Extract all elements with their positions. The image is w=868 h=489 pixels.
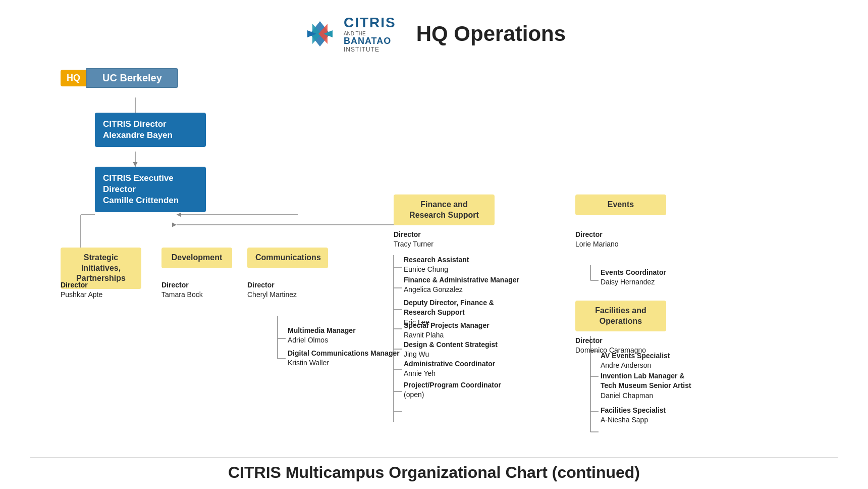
citris-logo-icon [302,16,338,52]
comm-report-1: Digital Communications Manager Kristin W… [288,349,400,368]
finance-r1: Finance & Administrative Manager Angelic… [404,275,519,295]
strategic-label: Strategic Initiatives, Partnerships [69,253,133,284]
events-box: Events [575,194,666,215]
citris-exec-box: CITRIS Executive Director Camille Critte… [95,167,206,212]
facilities-r1: Invention Lab Manager & Tech Museum Seni… [601,371,691,401]
finance-director: Director Tracy Turner [394,230,433,250]
citris-director-box: CITRIS Director Alexandre Bayen [95,113,206,147]
development-label: Development [170,253,224,263]
logo-area: CITRIS AND THE BANATAO INSTITUTE [302,15,396,53]
strategic-person: Director Pushkar Apte [61,280,102,300]
communications-director: Director Cheryl Martinez [247,280,297,300]
citris-director-name: Alexandre Bayen [103,130,198,141]
finance-label: Finance and Research Support [402,200,486,221]
development-director-title: Director [161,280,203,290]
citris-exec-name: Camille Crittenden [103,195,198,206]
finance-director-title: Director [394,230,433,240]
logo-banatao-text: BANATAO [344,36,396,46]
page-title: HQ Operations [416,22,566,46]
hq-campus-label: UC Berkeley [86,68,178,88]
comm-director-title: Director [247,280,297,290]
comm-report-0: Multimedia Manager Adriel Olmos [288,326,356,346]
development-person: Director Tamara Bock [161,280,203,300]
hq-badge-container: HQ UC Berkeley [61,68,178,88]
finance-box: Finance and Research Support [394,194,495,226]
facilities-box: Facilities and Operations [575,301,666,332]
comm-director-name: Cheryl Martinez [247,290,297,300]
logo-text-group: CITRIS AND THE BANATAO INSTITUTE [344,15,396,53]
finance-r3: Special Projects Manager Ravnit Plaha [404,321,490,340]
events-director-title: Director [575,230,619,240]
events-director-name: Lorie Mariano [575,239,619,250]
org-chart-area: HQ UC Berkeley CITRIS Director Alexandre… [30,68,838,452]
hq-badge: HQ [61,70,86,86]
citris-director-title: CITRIS Director [103,119,198,130]
finance-r6: Project/Program Coordinator (open) [404,380,501,400]
events-director: Director Lorie Mariano [575,230,619,250]
logo-institute-text: INSTITUTE [344,46,396,53]
development-box: Development [161,248,232,268]
facilities-r0: AV Events Specialist Andre Anderson [601,351,670,371]
communications-box: Communications [247,248,328,268]
strategic-director-title: Director [61,280,102,290]
citris-exec-title: CITRIS Executive Director [103,173,198,195]
finance-r4: Design & Content Strategist Jing Wu [404,340,498,360]
comm-r1-title: Digital Communications Manager [288,349,400,359]
communications-label: Communications [255,253,320,263]
development-director-name: Tamara Bock [161,290,203,300]
header: CITRIS AND THE BANATAO INSTITUTE HQ Oper… [30,15,838,53]
strategic-director-name: Pushkar Apte [61,290,102,300]
comm-r0-name: Adriel Olmos [288,335,356,346]
finance-director-name: Tracy Turner [394,239,433,250]
comm-r0-title: Multimedia Manager [288,326,356,336]
finance-r0: Research Assistant Eunice Chung [404,255,469,275]
page-container: CITRIS AND THE BANATAO INSTITUTE HQ Oper… [0,0,868,489]
comm-r1-name: Kristin Waller [288,358,400,368]
logo-citris-text: CITRIS [344,15,396,31]
facilities-label: Facilities and Operations [583,306,658,327]
bottom-title: CITRIS Multicampus Organizational Chart … [30,457,838,482]
facilities-r2: Facilities Specialist A-Niesha Sapp [601,406,666,425]
events-r0: Events Coordinator Daisy Hernandez [601,268,666,287]
finance-r5: Administrative Coordinator Annie Yeh [404,359,495,379]
events-label: Events [583,200,658,210]
facilities-director-title: Director [575,336,646,346]
